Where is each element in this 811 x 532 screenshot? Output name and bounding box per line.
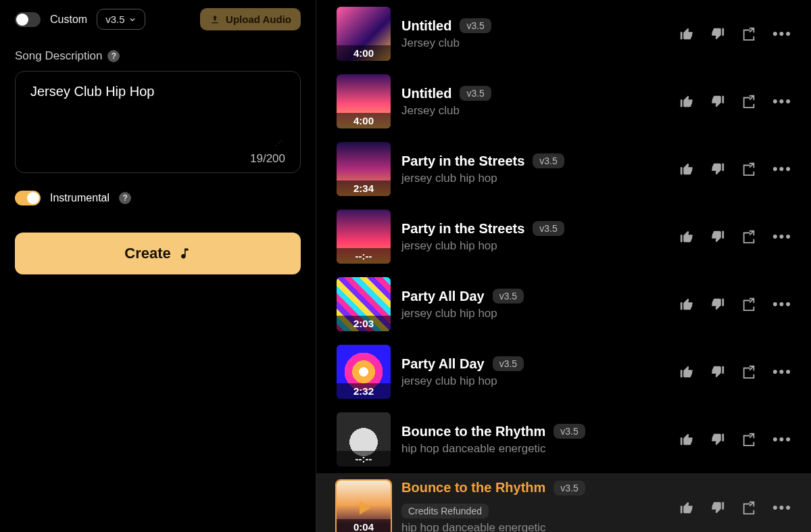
version-value: v3.5	[105, 14, 124, 25]
share-icon[interactable]	[741, 500, 756, 515]
track-thumbnail[interactable]: --:--	[337, 210, 391, 264]
version-badge: v3.5	[554, 481, 585, 495]
track-subtitle: jersey club hip hop	[401, 307, 668, 320]
more-icon[interactable]: •••	[772, 499, 792, 516]
track-meta: Untitled v3.5 Jersey club	[401, 18, 668, 50]
track-row[interactable]: 2:32 Party All Day v3.5 jersey club hip …	[316, 338, 811, 406]
more-icon[interactable]: •••	[772, 25, 792, 43]
help-icon[interactable]: ?	[107, 50, 120, 62]
track-duration: 4:00	[337, 45, 391, 61]
track-thumbnail[interactable]: 2:03	[337, 277, 391, 331]
version-badge: v3.5	[493, 356, 524, 371]
track-row[interactable]: 2:03 Party All Day v3.5 jersey club hip …	[316, 270, 811, 338]
track-actions: •••	[679, 431, 792, 448]
create-panel: Custom v3.5 Upload Audio Song Descriptio…	[0, 0, 316, 532]
custom-toggle[interactable]	[15, 12, 41, 27]
more-icon[interactable]: •••	[772, 228, 792, 245]
thumbs-down-icon[interactable]	[710, 364, 725, 379]
track-actions: •••	[679, 160, 792, 178]
track-row[interactable]: 0:04 Bounce to the Rhythm v3.5 Credits R…	[316, 473, 811, 532]
description-label-text: Song Description	[15, 49, 102, 63]
track-row[interactable]: 4:00 Untitled v3.5 Jersey club •••	[316, 68, 811, 135]
thumbs-up-icon[interactable]	[679, 297, 694, 312]
version-select[interactable]: v3.5	[97, 9, 145, 30]
thumbs-down-icon[interactable]	[710, 162, 725, 176]
track-title: Party in the Streets	[401, 221, 524, 237]
more-icon[interactable]: •••	[772, 160, 792, 178]
track-duration: 2:34	[337, 180, 391, 196]
share-icon[interactable]	[741, 229, 756, 244]
create-label: Create	[124, 245, 170, 262]
track-thumbnail[interactable]: 2:34	[337, 142, 391, 196]
song-description-label: Song Description ?	[15, 49, 301, 63]
instrumental-row: Instrumental ?	[15, 191, 301, 205]
share-icon[interactable]	[741, 432, 756, 447]
thumbs-up-icon[interactable]	[679, 432, 694, 447]
upload-audio-button[interactable]: Upload Audio	[200, 8, 301, 30]
track-duration: 4:00	[337, 113, 391, 128]
thumbs-up-icon[interactable]	[679, 364, 694, 379]
thumbs-up-icon[interactable]	[679, 500, 694, 515]
track-subtitle: jersey club hip hop	[401, 239, 668, 253]
upload-label: Upload Audio	[226, 14, 291, 25]
help-icon[interactable]: ?	[119, 192, 131, 204]
track-title: Bounce to the Rhythm	[401, 424, 545, 439]
more-icon[interactable]: •••	[772, 363, 792, 381]
thumbs-down-icon[interactable]	[710, 229, 725, 244]
share-icon[interactable]	[741, 26, 756, 41]
track-thumbnail[interactable]: 4:00	[337, 7, 391, 61]
track-row[interactable]: --:-- Bounce to the Rhythm v3.5 hip hop …	[316, 406, 811, 473]
track-title: Party All Day	[401, 289, 485, 304]
track-row[interactable]: --:-- Party in the Streets v3.5 jersey c…	[316, 203, 811, 270]
track-row[interactable]: 4:00 Untitled v3.5 Jersey club •••	[316, 0, 811, 68]
share-icon[interactable]	[741, 364, 756, 379]
chevron-down-icon	[128, 16, 137, 24]
music-note-icon	[178, 247, 191, 260]
track-row[interactable]: 2:34 Party in the Streets v3.5 jersey cl…	[316, 135, 811, 203]
track-meta: Party All Day v3.5 jersey club hip hop	[401, 356, 668, 388]
track-title: Untitled	[401, 18, 451, 34]
track-actions: •••	[679, 363, 792, 381]
track-subtitle: hip hop danceable energetic	[401, 521, 668, 532]
thumbs-down-icon[interactable]	[710, 26, 725, 41]
more-icon[interactable]: •••	[772, 295, 792, 313]
track-meta: Bounce to the Rhythm v3.5 hip hop dancea…	[401, 424, 668, 456]
share-icon[interactable]	[741, 94, 756, 109]
toggle-knob	[16, 14, 28, 26]
more-icon[interactable]: •••	[772, 431, 792, 448]
thumbs-up-icon[interactable]	[679, 94, 694, 109]
instrumental-toggle[interactable]	[15, 191, 41, 205]
share-icon[interactable]	[741, 297, 756, 312]
track-title: Party in the Streets	[401, 153, 524, 169]
track-duration: --:--	[337, 451, 391, 466]
thumbs-up-icon[interactable]	[679, 26, 694, 41]
thumbs-up-icon[interactable]	[679, 229, 694, 244]
track-meta: Party All Day v3.5 jersey club hip hop	[401, 289, 668, 320]
track-thumbnail[interactable]: 0:04	[337, 481, 391, 533]
create-button[interactable]: Create	[15, 233, 301, 274]
thumbs-down-icon[interactable]	[710, 432, 725, 447]
thumbs-down-icon[interactable]	[710, 297, 725, 312]
track-actions: •••	[679, 295, 792, 313]
more-icon[interactable]: •••	[772, 93, 792, 110]
track-actions: •••	[679, 25, 792, 43]
thumbs-up-icon[interactable]	[679, 162, 694, 176]
track-duration: --:--	[337, 248, 391, 264]
track-title: Party All Day	[401, 356, 485, 372]
version-badge: v3.5	[493, 289, 524, 304]
share-icon[interactable]	[741, 162, 756, 176]
track-thumbnail[interactable]: 2:32	[337, 345, 391, 399]
track-actions: •••	[679, 228, 792, 245]
track-subtitle: jersey club hip hop	[401, 172, 668, 185]
track-thumbnail[interactable]: --:--	[337, 412, 391, 466]
track-thumbnail[interactable]: 4:00	[337, 74, 391, 128]
version-badge: v3.5	[533, 221, 564, 236]
instrumental-label: Instrumental	[50, 192, 109, 204]
top-row: Custom v3.5 Upload Audio	[15, 8, 301, 30]
track-meta: Party in the Streets v3.5 jersey club hi…	[401, 153, 668, 185]
track-subtitle: Jersey club	[401, 104, 668, 118]
thumbs-down-icon[interactable]	[710, 94, 725, 109]
description-input[interactable]	[30, 84, 285, 141]
thumbs-down-icon[interactable]	[710, 500, 725, 515]
track-duration: 0:04	[337, 519, 391, 533]
